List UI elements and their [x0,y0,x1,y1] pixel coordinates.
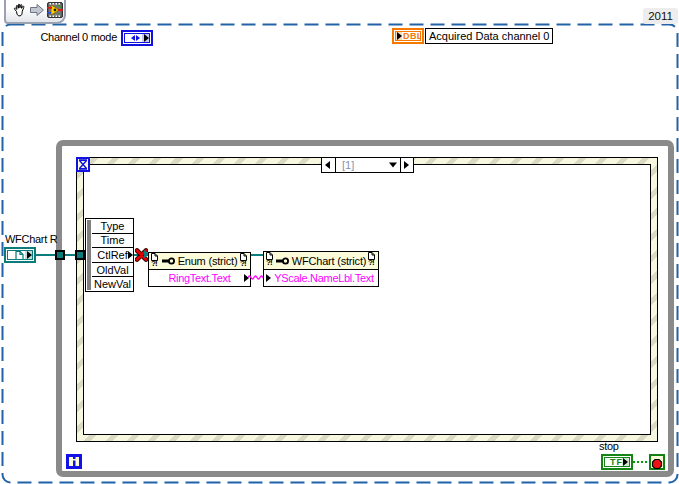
event-tunnel[interactable] [75,250,85,260]
event-data-field[interactable]: Time [92,233,133,248]
dbl-type-text: DBL [403,31,421,41]
event-data-field[interactable]: OldVal [92,262,133,277]
event-selector-current[interactable]: [1] [336,158,400,172]
hourglass-icon [78,159,88,170]
property-in-arrow-icon [266,274,271,282]
vi-snippet-icon[interactable] [47,2,63,18]
event-data-field[interactable]: CtlRef [92,247,133,262]
stop-sign-icon [651,458,663,470]
wfchart-ref-terminal[interactable] [4,247,36,263]
acquired-data-label: Acquired Data channel 0 [425,28,553,44]
channel-mode-terminal[interactable] [121,30,153,46]
enum-out-arrow-icon [144,34,149,42]
stop-label: stop [599,440,619,453]
error-in-glyph: ?! [266,259,272,267]
refnum-wire-2[interactable] [250,254,264,256]
labview-block-diagram: [1] WFChart R Type Time CtlRef OldVal [0,0,679,484]
iteration-i-icon [69,457,79,466]
event-selector-label[interactable]: [1] [321,157,414,173]
dbl-in-arrow-icon [397,32,402,40]
prev-case-icon [325,161,330,169]
event-data-field[interactable]: NewVal [92,276,133,291]
error-in-glyph: ?! [151,260,157,268]
step-arrow-icon[interactable] [30,4,44,16]
pan-hand-icon[interactable] [12,2,28,19]
property-node-enum[interactable]: ?! Enum (strict) ?! RingText.Text [148,252,251,287]
refnum-out-arrow-icon [27,251,32,259]
refnum-page-icon [15,251,24,260]
linked-key-icon [162,257,175,265]
enum-dec-icon [131,35,135,41]
next-case-icon [404,161,409,169]
case-dropdown-icon[interactable] [389,163,397,168]
event-selector-text: [1] [342,159,354,172]
property-node-class[interactable]: Enum (strict) [178,255,238,267]
event-structure-content [83,164,651,435]
event-data-field[interactable]: Type [92,219,133,233]
event-timeout-terminal[interactable] [76,157,90,172]
linked-key-icon [276,257,289,265]
boolean-wire[interactable] [633,461,649,463]
event-selector-next[interactable] [400,158,413,172]
loop-tunnel[interactable] [55,250,65,260]
toolbar-fragment [4,0,66,24]
tf-out-arrow-icon [623,458,628,466]
event-selector-prev[interactable] [322,158,336,172]
tf-type-text: TF [610,457,623,467]
ctlref-out-arrow-icon [128,251,133,259]
event-structure-border[interactable] [76,157,658,442]
version-badge: 2011 [643,8,678,24]
event-data-node-bar [87,220,91,290]
error-out-glyph: ?! [240,260,246,268]
wfchart-ref-label: WFChart R [5,233,57,246]
channel-mode-label: Channel 0 mode [20,31,117,44]
loop-condition-terminal[interactable] [649,454,665,470]
property-name[interactable]: RingText.Text [168,272,230,284]
loop-iteration-terminal[interactable]: i [66,454,82,469]
event-data-node[interactable]: Type Time CtlRef OldVal NewVal [85,218,134,292]
acquired-data-terminal[interactable]: DBL [392,28,424,44]
stop-terminal[interactable]: TF [601,454,633,470]
property-name[interactable]: YScale.NameLbl.Text [274,272,373,284]
error-out-glyph: ?! [368,259,374,267]
property-node-wfchart[interactable]: ?! WFChart (strict) ?! YScale.NameLbl.Te… [263,251,379,287]
property-node-class[interactable]: WFChart (strict) [292,255,366,267]
enum-inc-icon [136,35,140,41]
